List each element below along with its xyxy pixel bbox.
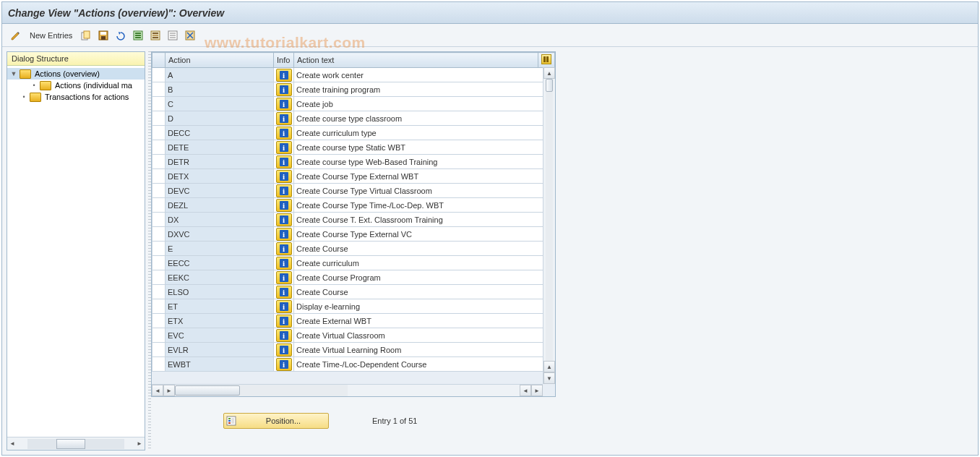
- action-text-input[interactable]: [294, 314, 554, 328]
- scroll-down-icon[interactable]: ▼: [543, 372, 555, 384]
- action-input[interactable]: [166, 227, 273, 241]
- action-text-input[interactable]: [294, 213, 554, 226]
- deselect-all-icon[interactable]: [165, 27, 181, 43]
- info-icon[interactable]: [276, 257, 292, 270]
- row-select-handle[interactable]: [152, 328, 166, 343]
- info-icon[interactable]: [276, 199, 292, 212]
- scroll-up-icon[interactable]: ▲: [543, 67, 555, 79]
- th-row-select[interactable]: [152, 53, 166, 68]
- action-text-input[interactable]: [294, 343, 554, 356]
- row-select-handle[interactable]: [152, 82, 166, 97]
- action-input[interactable]: [166, 169, 273, 183]
- action-input[interactable]: [166, 343, 273, 356]
- info-icon[interactable]: [276, 170, 292, 183]
- info-icon[interactable]: [276, 127, 292, 140]
- action-text-input[interactable]: [294, 184, 554, 197]
- info-icon[interactable]: [276, 343, 292, 356]
- row-select-handle[interactable]: [152, 140, 166, 155]
- action-input[interactable]: [166, 314, 273, 328]
- info-icon[interactable]: [276, 155, 292, 168]
- action-text-input[interactable]: [294, 111, 554, 125]
- action-input[interactable]: [166, 213, 273, 226]
- toggle-display-change-icon[interactable]: [8, 27, 24, 43]
- row-select-handle[interactable]: [152, 285, 166, 299]
- scroll-right-icon[interactable]: ►: [134, 439, 145, 449]
- action-text-input[interactable]: [294, 256, 554, 270]
- action-input[interactable]: [166, 97, 273, 111]
- action-input[interactable]: [166, 111, 273, 125]
- horizontal-scrollbar[interactable]: ◄ ► ◄ ►: [152, 384, 543, 396]
- select-all-icon[interactable]: [130, 27, 146, 43]
- info-icon[interactable]: [276, 69, 292, 82]
- select-block-icon[interactable]: [147, 27, 163, 43]
- row-select-handle[interactable]: [152, 184, 166, 198]
- row-select-handle[interactable]: [152, 155, 166, 169]
- dialog-hscroll[interactable]: ◄ ►: [7, 437, 145, 450]
- action-text-input[interactable]: [294, 68, 554, 82]
- tree-node-actions-overview[interactable]: ▼ Actions (overview): [7, 68, 145, 80]
- undo-icon[interactable]: [113, 27, 129, 43]
- action-text-input[interactable]: [294, 97, 554, 111]
- action-input[interactable]: [166, 357, 273, 371]
- scroll-thumb[interactable]: [56, 439, 85, 449]
- action-text-input[interactable]: [294, 242, 554, 255]
- action-text-input[interactable]: [294, 270, 554, 284]
- info-icon[interactable]: [276, 242, 292, 255]
- scroll-right-icon[interactable]: ►: [163, 385, 175, 396]
- info-icon[interactable]: [276, 83, 292, 96]
- tree-collapse-icon[interactable]: ▼: [10, 70, 17, 77]
- th-configure[interactable]: [538, 53, 555, 68]
- action-input[interactable]: [166, 198, 273, 212]
- row-select-handle[interactable]: [152, 299, 166, 314]
- action-input[interactable]: [166, 270, 273, 284]
- th-action[interactable]: Action: [166, 53, 274, 68]
- row-select-handle[interactable]: [152, 270, 166, 285]
- action-text-input[interactable]: [294, 328, 554, 342]
- info-icon[interactable]: [276, 286, 292, 299]
- th-action-text[interactable]: Action text: [294, 53, 538, 68]
- th-info[interactable]: Info: [274, 53, 294, 68]
- action-text-input[interactable]: [294, 198, 554, 212]
- action-input[interactable]: [166, 82, 273, 96]
- row-select-handle[interactable]: [152, 227, 166, 242]
- scroll-left-icon[interactable]: ◄: [7, 439, 17, 449]
- action-text-input[interactable]: [294, 357, 554, 371]
- scroll-track[interactable]: [27, 439, 124, 449]
- action-input[interactable]: [166, 126, 273, 140]
- info-icon[interactable]: [276, 98, 292, 111]
- info-icon[interactable]: [276, 271, 292, 284]
- info-icon[interactable]: [276, 228, 292, 241]
- action-input[interactable]: [166, 285, 273, 299]
- info-icon[interactable]: [276, 141, 292, 154]
- scroll-right-icon[interactable]: ►: [531, 385, 543, 396]
- configure-columns-icon[interactable]: [541, 54, 551, 64]
- action-text-input[interactable]: [294, 169, 554, 183]
- scroll-track[interactable]: [175, 385, 348, 396]
- scroll-thumb[interactable]: [175, 385, 240, 396]
- action-text-input[interactable]: [294, 227, 554, 241]
- info-icon[interactable]: [276, 358, 292, 371]
- scroll-left-icon[interactable]: ◄: [152, 385, 163, 396]
- row-select-handle[interactable]: [152, 256, 166, 270]
- tree-node-actions-individual[interactable]: • Actions (individual ma: [7, 80, 145, 91]
- action-input[interactable]: [166, 140, 273, 154]
- copy-as-icon[interactable]: [78, 27, 94, 43]
- action-text-input[interactable]: [294, 140, 554, 154]
- delete-icon[interactable]: [182, 27, 198, 43]
- scroll-track[interactable]: [546, 79, 553, 361]
- save-icon[interactable]: [95, 27, 111, 43]
- scroll-left-icon[interactable]: ◄: [520, 385, 531, 396]
- action-input[interactable]: [166, 299, 273, 313]
- tree-node-transactions[interactable]: • Transactions for actions: [7, 91, 145, 103]
- action-text-input[interactable]: [294, 82, 554, 96]
- action-input[interactable]: [166, 242, 273, 255]
- info-icon[interactable]: [276, 329, 292, 342]
- action-text-input[interactable]: [294, 299, 554, 313]
- row-select-handle[interactable]: [152, 343, 166, 357]
- row-select-handle[interactable]: [152, 357, 166, 372]
- action-text-input[interactable]: [294, 155, 554, 168]
- row-select-handle[interactable]: [152, 242, 166, 256]
- action-input[interactable]: [166, 184, 273, 197]
- row-select-handle[interactable]: [152, 111, 166, 126]
- row-select-handle[interactable]: [152, 198, 166, 213]
